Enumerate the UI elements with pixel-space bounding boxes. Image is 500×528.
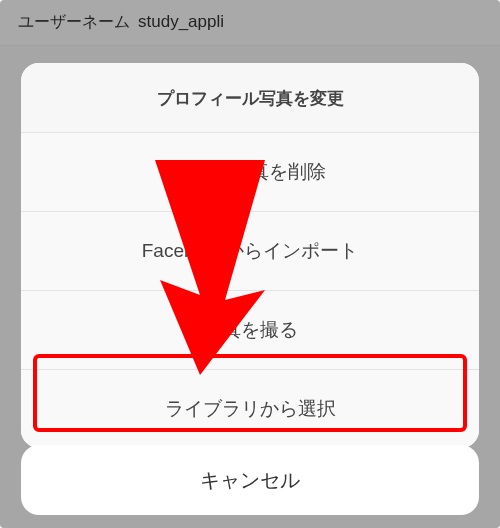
option-choose-library[interactable]: ライブラリから選択 [21, 370, 479, 448]
option-import-facebook[interactable]: Facebookからインポート [21, 212, 479, 291]
sheet-title: プロフィール写真を変更 [21, 63, 479, 133]
option-take-photo[interactable]: 写真を撮る [21, 291, 479, 370]
cancel-label: キャンセル [200, 467, 300, 494]
option-delete-photo[interactable]: 現在の写真を削除 [21, 133, 479, 212]
action-sheet: プロフィール写真を変更 現在の写真を削除 Facebookからインポート 写真を… [21, 63, 479, 448]
cancel-button[interactable]: キャンセル [21, 445, 479, 515]
